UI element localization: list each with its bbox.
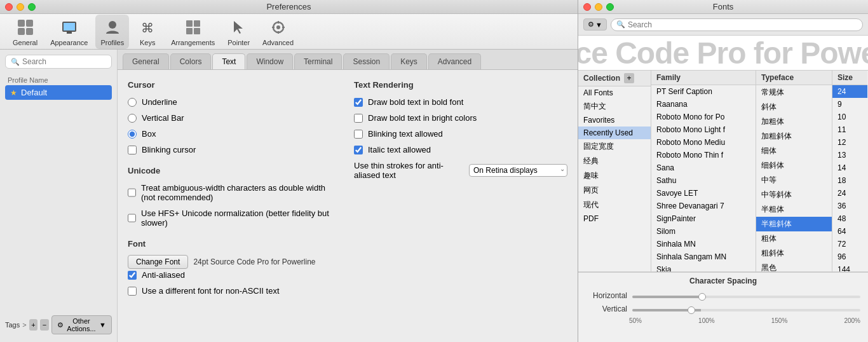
- list-item[interactable]: 加粗体: [756, 114, 832, 129]
- list-item[interactable]: 粗斜体: [756, 246, 832, 261]
- list-item[interactable]: 斜体: [756, 100, 832, 114]
- list-item[interactable]: 现代: [578, 198, 651, 212]
- list-item[interactable]: 64: [832, 225, 867, 238]
- list-item[interactable]: 12: [832, 136, 867, 149]
- list-item[interactable]: 中等斜体: [756, 188, 832, 202]
- list-item[interactable]: Favorites: [578, 114, 651, 127]
- tab-colors[interactable]: Colors: [170, 53, 212, 69]
- fonts-gear-button[interactable]: ⚙ ▼: [583, 18, 607, 31]
- tab-advanced[interactable]: Advanced: [428, 53, 481, 69]
- cursor-vertical-radio[interactable]: [128, 114, 137, 123]
- list-item[interactable]: SignPainter: [651, 212, 756, 225]
- list-item[interactable]: 72: [832, 238, 867, 250]
- toolbar-item-arrangements[interactable]: Arrangements: [166, 15, 220, 49]
- list-item[interactable]: 加粗斜体: [756, 129, 832, 144]
- family-list[interactable]: PT Serif Caption Raanana Roboto Mono for…: [651, 85, 756, 271]
- list-item[interactable]: 简中文: [578, 99, 651, 114]
- list-item[interactable]: 固定宽度: [578, 139, 651, 154]
- fonts-search-box[interactable]: 🔍: [611, 18, 863, 31]
- list-item[interactable]: 36: [832, 200, 867, 212]
- list-item[interactable]: Raanana: [651, 98, 756, 111]
- list-item[interactable]: 细斜体: [756, 158, 832, 173]
- anti-aliased-checkbox[interactable]: [128, 271, 137, 280]
- list-item[interactable]: Sana: [651, 161, 756, 174]
- tab-window[interactable]: Window: [247, 53, 293, 69]
- minimize-button[interactable]: [17, 3, 24, 11]
- remove-profile-button[interactable]: −: [40, 319, 49, 331]
- list-item[interactable]: Recently Used: [578, 127, 651, 139]
- list-item[interactable]: Roboto Mono Mediu: [651, 136, 756, 149]
- fonts-minimize-button[interactable]: [595, 3, 602, 11]
- fonts-maximize-button[interactable]: [606, 3, 614, 11]
- cursor-box-radio[interactable]: [128, 130, 137, 139]
- draw-bold-bold-checkbox[interactable]: [354, 98, 363, 107]
- change-font-button[interactable]: Change Font: [128, 255, 188, 269]
- list-item[interactable]: Skia: [651, 263, 756, 271]
- list-item[interactable]: 24: [832, 85, 867, 98]
- italic-text-checkbox[interactable]: [354, 146, 363, 154]
- tab-terminal[interactable]: Terminal: [294, 53, 342, 69]
- tab-general[interactable]: General: [123, 53, 169, 69]
- list-item[interactable]: 半粗斜体: [756, 217, 832, 231]
- tab-text[interactable]: Text: [212, 53, 245, 69]
- list-item[interactable]: 18: [832, 174, 867, 187]
- list-item[interactable]: 13: [832, 149, 867, 161]
- list-item[interactable]: All Fonts: [578, 86, 651, 99]
- tags-button[interactable]: Tags: [5, 321, 20, 329]
- search-input[interactable]: [22, 57, 106, 66]
- vertical-slider[interactable]: [632, 309, 860, 311]
- list-item[interactable]: 黑色: [756, 261, 832, 271]
- cursor-underline-radio[interactable]: [128, 98, 137, 107]
- list-item[interactable]: 11: [832, 123, 867, 136]
- list-item[interactable]: Sathu: [651, 174, 756, 187]
- list-item[interactable]: 粗体: [756, 231, 832, 246]
- add-profile-button[interactable]: +: [29, 319, 38, 331]
- fonts-close-button[interactable]: [583, 3, 591, 11]
- ambiguous-width-checkbox[interactable]: [128, 188, 136, 197]
- draw-bold-bright-checkbox[interactable]: [354, 114, 363, 123]
- hfs-unicode-checkbox[interactable]: [128, 214, 136, 222]
- list-item[interactable]: Roboto Mono for Po: [651, 111, 756, 123]
- collection-list[interactable]: All Fonts 简中文 Favorites Recently Used 固定…: [578, 86, 651, 271]
- toolbar-item-keys[interactable]: ⌘ Keys: [132, 15, 163, 49]
- list-item[interactable]: 144: [832, 263, 867, 271]
- other-actions-button[interactable]: ⚙ Other Actions... ▼: [51, 315, 112, 334]
- close-button[interactable]: [5, 3, 13, 11]
- tab-keys[interactable]: Keys: [391, 53, 427, 69]
- toolbar-item-pointer[interactable]: Pointer: [222, 15, 255, 49]
- list-item[interactable]: PDF: [578, 212, 651, 225]
- list-item[interactable]: 网页: [578, 183, 651, 198]
- toolbar-item-general[interactable]: General: [8, 15, 43, 49]
- list-item[interactable]: 趣味: [578, 168, 651, 183]
- list-item[interactable]: Roboto Mono Light f: [651, 123, 756, 136]
- list-item[interactable]: 24: [832, 187, 867, 200]
- fonts-search-input[interactable]: [628, 20, 857, 29]
- blinking-cursor-checkbox[interactable]: [128, 146, 137, 154]
- profile-item-default[interactable]: ★ Default: [5, 85, 112, 100]
- toolbar-item-appearance[interactable]: Appearance: [45, 15, 93, 49]
- list-item[interactable]: 9: [832, 98, 867, 111]
- toolbar-item-advanced[interactable]: Advanced: [257, 15, 299, 49]
- list-item[interactable]: 中等: [756, 173, 832, 188]
- size-list[interactable]: 24 9 10 11 12 13 14 18 24 36 48 64 72 96…: [832, 85, 867, 271]
- list-item[interactable]: 细体: [756, 144, 832, 158]
- list-item[interactable]: 半粗体: [756, 202, 832, 217]
- list-item[interactable]: 48: [832, 212, 867, 225]
- list-item[interactable]: Sinhala MN: [651, 238, 756, 250]
- list-item[interactable]: Savoye LET: [651, 187, 756, 200]
- toolbar-item-profiles[interactable]: Profiles: [95, 15, 129, 49]
- list-item[interactable]: 经典: [578, 154, 651, 168]
- search-box[interactable]: 🔍: [5, 55, 112, 69]
- list-item[interactable]: 10: [832, 111, 867, 123]
- list-item[interactable]: Shree Devanagari 7: [651, 200, 756, 212]
- list-item[interactable]: Sinhala Sangam MN: [651, 250, 756, 263]
- blinking-text-checkbox[interactable]: [354, 130, 363, 139]
- diff-font-checkbox[interactable]: [128, 287, 137, 296]
- add-collection-button[interactable]: +: [624, 73, 634, 83]
- list-item[interactable]: Silom: [651, 225, 756, 238]
- horizontal-slider[interactable]: [632, 296, 860, 298]
- tab-session[interactable]: Session: [343, 53, 390, 69]
- list-item[interactable]: 96: [832, 250, 867, 263]
- typeface-list[interactable]: 常规体 斜体 加粗体 加粗斜体 细体 细斜体 中等 中等斜体 半粗体 半粗斜体 …: [756, 85, 832, 271]
- list-item[interactable]: Roboto Mono Thin f: [651, 149, 756, 161]
